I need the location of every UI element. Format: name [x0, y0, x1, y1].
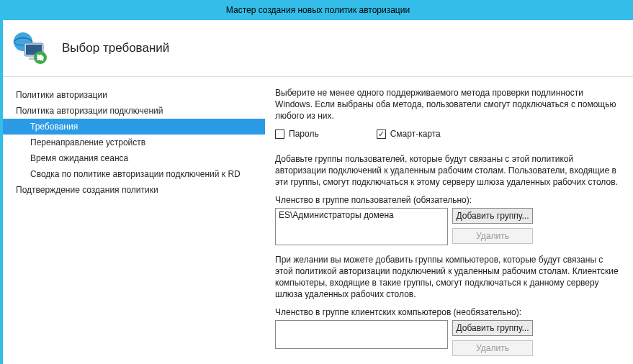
sidebar-step[interactable]: Требования — [3, 119, 265, 135]
auth-instruction: Выберите не менее одного поддерживаемого… — [275, 87, 621, 122]
sidebar-step[interactable]: Время ожидания сеанса — [3, 150, 265, 166]
wizard-header: Выбор требований — [3, 20, 633, 77]
checkbox-icon: ✓ — [377, 129, 386, 139]
password-checkbox[interactable]: Пароль — [275, 129, 319, 139]
remove-user-group-button: Удалить — [452, 228, 533, 244]
user-groups-label: Членство в группе пользователей (обязате… — [275, 195, 621, 205]
wizard-main-panel: Выберите не менее одного поддерживаемого… — [265, 77, 633, 364]
remove-computer-group-button: Удалить — [452, 340, 533, 356]
add-computer-group-button[interactable]: Добавить группу... — [452, 320, 533, 336]
wizard-icon — [12, 30, 50, 66]
sidebar-step[interactable]: Сводка по политике авторизации подключен… — [3, 166, 265, 182]
sidebar-step[interactable]: Перенаправление устройств — [3, 135, 265, 150]
computer-groups-instruction: При желании вы можете добавить группы ко… — [275, 254, 621, 300]
wizard-steps-sidebar: Политики авторизацииПолитика авторизации… — [3, 77, 265, 364]
password-label: Пароль — [289, 129, 319, 139]
window-title: Мастер создания новых политик авторизаци… — [226, 5, 410, 15]
computer-groups-listbox[interactable] — [275, 320, 448, 349]
sidebar-step[interactable]: Подтверждение создания политики — [3, 182, 265, 198]
user-groups-instruction: Добавьте группы пользователей, которые б… — [275, 153, 621, 188]
user-groups-item[interactable]: ES\Администраторы домена — [279, 210, 444, 220]
page-title: Выбор требований — [62, 41, 169, 55]
sidebar-step[interactable]: Политика авторизации подключений — [3, 103, 265, 119]
sidebar-step[interactable]: Политики авторизации — [3, 87, 265, 103]
checkbox-icon — [275, 129, 284, 139]
computer-groups-label: Членство в группе клиентских компьютеров… — [275, 307, 621, 317]
window-titlebar: Мастер создания новых политик авторизаци… — [3, 0, 633, 20]
smartcard-checkbox[interactable]: ✓ Смарт-карта — [377, 129, 441, 139]
add-user-group-button[interactable]: Добавить группу... — [452, 208, 533, 224]
user-groups-listbox[interactable]: ES\Администраторы домена — [275, 208, 448, 245]
smartcard-label: Смарт-карта — [390, 129, 441, 139]
